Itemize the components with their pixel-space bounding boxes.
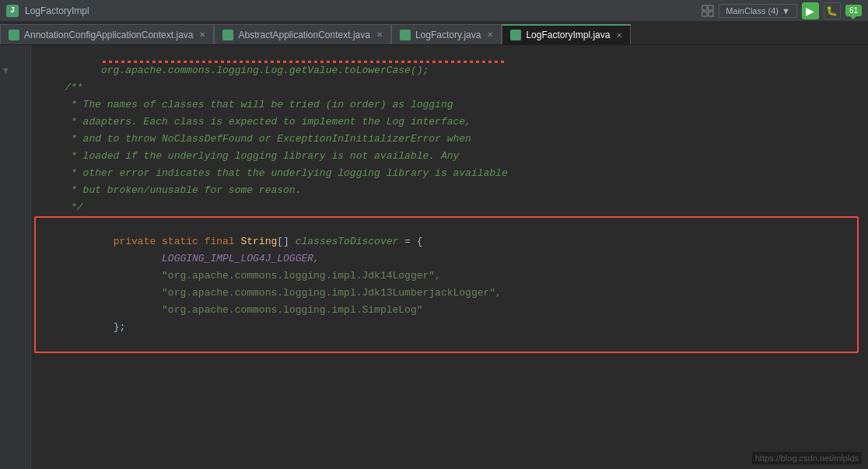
line-badge: 61 [845, 5, 862, 16]
line-num-24 [0, 439, 30, 456]
tab-abstract[interactable]: AbstractApplicationContext.java ✕ [214, 24, 390, 44]
app-icon: J [6, 5, 19, 17]
line-num-23 [0, 422, 30, 439]
code-comment-line-6: * other error indicates that the underly… [40, 165, 868, 182]
run-button[interactable]: ▶ [802, 2, 819, 19]
svg-rect-0 [702, 5, 707, 10]
tab-close-abstract[interactable]: ✕ [376, 30, 383, 39]
line-num-12 [0, 233, 30, 250]
line-num-11 [0, 216, 30, 233]
tab-close-annotation[interactable]: ✕ [199, 30, 205, 39]
code-content[interactable]: org.apache.commons.logging.Log.getValue.… [31, 45, 868, 469]
code-line-empty3 [40, 336, 868, 353]
line-num-15 [0, 285, 30, 302]
keyword-static: static [162, 236, 205, 247]
code-line-field-decl: private static final String[] classesToD… [40, 216, 868, 233]
title-text: LogFactoryImpl [25, 5, 89, 16]
tab-label-abstract: AbstractApplicationContext.java [238, 30, 369, 40]
line-num-4 [0, 96, 30, 114]
code-line-scrolled: org.apache.commons.logging.Log.getValue.… [40, 45, 868, 62]
constant-log4j: LOGGING_IMPL_LOG4J_LOGGER, [89, 253, 319, 264]
tab-label-logfactoryimpl: LogFactoryImpl.java [526, 30, 610, 40]
tab-icon-logfactory [400, 30, 411, 40]
code-line-empty4 [40, 353, 868, 370]
line-num-9 [0, 182, 30, 199]
tab-icon-annotation [9, 30, 19, 40]
line-num-22 [0, 404, 30, 422]
chevron-down-icon: ▼ [782, 6, 790, 16]
title-bar-actions: MainClass (4) ▼ ▶ 🐛 61 [702, 2, 862, 19]
line-num-16 [0, 302, 30, 319]
line-num-7 [0, 148, 30, 165]
fold-arrow: ▼ [3, 62, 9, 79]
run-config-button[interactable]: MainClass (4) ▼ [719, 4, 797, 18]
var-classesToDiscover: classesToDiscover [296, 236, 399, 247]
line-num-14 [0, 268, 30, 285]
line-num-2: ▼ [0, 62, 30, 79]
line-num-17 [0, 319, 30, 336]
svg-rect-2 [702, 12, 707, 16]
code-comment-line-5: * loaded if the underlying logging libra… [40, 148, 868, 165]
keyword-final: final [205, 236, 241, 247]
line-num-13 [0, 250, 30, 268]
tab-label-annotation: AnnotationConfigApplicationContext.java [24, 30, 193, 40]
grid-icon-group [702, 5, 714, 17]
watermark: https://blog.csdn.net/mlplds [752, 452, 862, 464]
keyword-private: private [89, 236, 162, 247]
line-num-8 [0, 165, 30, 182]
tab-icon-abstract [222, 30, 233, 40]
code-comment-line-2: * The names of classes that will be trie… [40, 96, 868, 114]
grid-icon [702, 5, 714, 17]
highlighted-block-wrapper: private static final String[] classesToD… [40, 216, 868, 319]
line-num-1 [0, 45, 30, 62]
line-num-18 [0, 336, 30, 353]
tab-icon-logfactoryimpl [510, 30, 521, 40]
debug-button[interactable]: 🐛 [824, 2, 841, 19]
line-num-19 [0, 353, 30, 370]
svg-rect-3 [709, 12, 713, 16]
tab-annotation[interactable]: AnnotationConfigApplicationContext.java … [0, 24, 214, 44]
tab-logfactory[interactable]: LogFactory.java ✕ [391, 24, 502, 44]
code-editor: ▼ org.apache.commons.logging.Log.getValu… [0, 45, 868, 469]
code-comment-line-8: */ [40, 199, 868, 216]
line-num-6 [0, 131, 30, 148]
code-comment-line-1: /** [40, 79, 868, 96]
line-gutter: ▼ [0, 45, 31, 469]
type-string: String [240, 236, 277, 247]
string-jdk13: "org.apache.commons.logging.impl.Jdk13Lu… [89, 287, 502, 299]
code-line-empty2 [40, 319, 868, 336]
punct-bracket: [] [277, 236, 295, 247]
tab-close-logfactory[interactable]: ✕ [487, 30, 493, 39]
closing-brace: }; [89, 321, 125, 333]
code-comment-line-4: * and to throw NoClassDefFound or Except… [40, 131, 868, 148]
line-num-5 [0, 114, 30, 131]
line-num-21 [0, 387, 30, 404]
comment-text-scrolled: org.apache.commons.logging.Log.getValue.… [77, 65, 429, 76]
string-jdk14: "org.apache.commons.logging.impl.Jdk14Lo… [89, 270, 440, 282]
string-simplelog: "org.apache.commons.logging.impl.SimpleL… [89, 304, 422, 316]
tab-bar: AnnotationConfigApplicationContext.java … [0, 22, 868, 45]
punct-equals: = { [398, 236, 422, 247]
line-num-10 [0, 199, 30, 216]
code-comment-line-3: * adapters. Each class is expected to im… [40, 114, 868, 131]
title-bar: J LogFactoryImpl MainClass (4) ▼ ▶ 🐛 61 [0, 0, 868, 22]
tab-label-logfactory: LogFactory.java [415, 30, 481, 40]
tab-logfactoryimpl[interactable]: LogFactoryImpl.java ✕ [502, 24, 631, 44]
tab-close-logfactoryimpl[interactable]: ✕ [616, 31, 622, 40]
run-config-label: MainClass (4) [726, 6, 779, 16]
code-comment-line-7: * but broken/unusable for some reason. [40, 182, 868, 199]
line-num-20 [0, 370, 30, 387]
line-num-3 [0, 79, 30, 96]
svg-rect-1 [709, 5, 713, 10]
